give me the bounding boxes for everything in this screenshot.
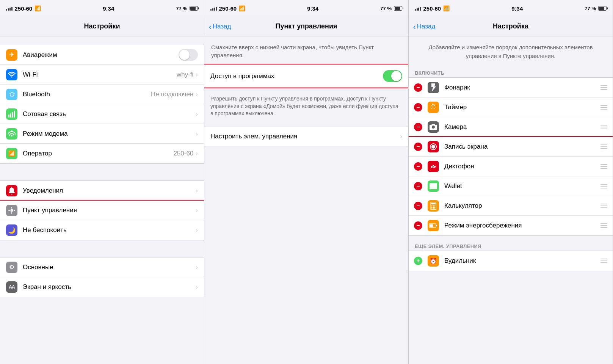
- cell-wifi-label: Wi-Fi: [23, 71, 177, 78]
- control-cell-camera[interactable]: − Камера: [409, 117, 613, 137]
- settings-section-1: ✈ Авиарежим Wi-Fi why-fi › ⬠: [0, 45, 204, 164]
- voice-memos-drag-handle[interactable]: [600, 164, 607, 169]
- timer-drag-handle[interactable]: [600, 105, 607, 110]
- cell-airplane[interactable]: ✈ Авиарежим: [0, 45, 204, 65]
- alarm-label: Будильник: [444, 257, 607, 265]
- control-cell-alarm[interactable]: + ⏰ Будильник: [409, 251, 613, 271]
- low-power-drag-handle[interactable]: [600, 223, 607, 228]
- cell-hotspot-label: Режим модема: [23, 130, 196, 138]
- cell-notifications-label: Уведомления: [23, 187, 196, 195]
- cell-control-center[interactable]: Пункт управления ›: [0, 201, 204, 220]
- control-center-chevron-icon: ›: [196, 207, 198, 214]
- status-left-2: 250-60 📶: [210, 5, 245, 12]
- svg-point-5: [11, 130, 13, 132]
- airplane-toggle[interactable]: [179, 49, 198, 61]
- access-toggle[interactable]: [383, 70, 402, 82]
- svg-point-12: [431, 145, 435, 149]
- cell-display-label: Экран и яркость: [23, 283, 196, 291]
- remove-wallet-btn[interactable]: −: [414, 182, 422, 190]
- svg-point-14: [433, 165, 434, 166]
- control-cell-low-power[interactable]: − Режим энергосбережения: [409, 216, 613, 235]
- nav-bar-1: Настройки: [0, 17, 204, 36]
- wifi-icon-2: 📶: [239, 5, 245, 11]
- cell-dnd-label: Не беспокоить: [23, 226, 196, 234]
- svg-point-4: [11, 135, 13, 136]
- screen-record-drag-handle[interactable]: [600, 144, 607, 149]
- dnd-chevron-icon: ›: [196, 226, 198, 234]
- access-description: Разрешить доступ к Пункту управления в п…: [204, 91, 408, 124]
- add-alarm-btn[interactable]: +: [414, 257, 422, 265]
- cell-bluetooth-label: Bluetooth: [23, 91, 151, 98]
- remove-calculator-btn[interactable]: −: [414, 202, 422, 210]
- include-section-header: ВКЛЮЧИТЬ: [409, 68, 613, 77]
- cell-bluetooth-value: Не подключен: [151, 91, 193, 98]
- notifications-icon: [6, 185, 17, 196]
- cell-operator[interactable]: 📶 Оператор 250-60 ›: [0, 144, 204, 163]
- back-button-2[interactable]: ‹ Назад: [209, 23, 231, 30]
- control-cell-flashlight[interactable]: − Фонарик: [409, 78, 613, 97]
- cell-dnd[interactable]: 🌙 Не беспокоить ›: [0, 220, 204, 240]
- control-cell-voice-memos[interactable]: − Диктофон: [409, 157, 613, 176]
- alarm-drag-handle[interactable]: [600, 259, 607, 263]
- svg-rect-3: [14, 111, 15, 118]
- customize-panel: 250-60 📶 9:34 77 % ‹ Назад Настройка Доб…: [409, 0, 613, 364]
- remove-flashlight-btn[interactable]: −: [414, 83, 422, 92]
- cell-bluetooth[interactable]: ⬠ Bluetooth Не подключен ›: [0, 85, 204, 104]
- remove-timer-btn[interactable]: −: [414, 103, 422, 111]
- back-chevron-icon-3: ‹: [413, 23, 416, 30]
- access-in-apps-row[interactable]: Доступ в программах: [204, 64, 408, 88]
- settings-panel: 250-60 📶 9:34 77 % Настройки ✈ Авиарежим: [0, 0, 204, 364]
- remove-low-power-btn[interactable]: −: [414, 221, 422, 230]
- status-left-1: 250-60 📶: [6, 5, 41, 12]
- cell-cellular[interactable]: Сотовая связь ›: [0, 104, 204, 124]
- battery-icon-3: [598, 6, 607, 11]
- more-list: + ⏰ Будильник: [409, 251, 613, 271]
- include-list: − Фонарик − ⏱ Таймер −: [409, 77, 613, 236]
- cell-wifi[interactable]: Wi-Fi why-fi ›: [0, 65, 204, 85]
- calculator-label: Калькулятор: [444, 202, 607, 210]
- operator-chevron-icon: ›: [196, 150, 198, 157]
- svg-point-26: [431, 207, 433, 208]
- cell-display[interactable]: AA Экран и яркость ›: [0, 277, 204, 297]
- nav-title-2: Пункт управления: [275, 22, 337, 30]
- cell-operator-value: 250-60: [173, 150, 193, 157]
- cell-notifications[interactable]: Уведомления ›: [0, 181, 204, 201]
- timer-label: Таймер: [444, 104, 607, 111]
- wallet-drag-handle[interactable]: [600, 184, 607, 188]
- svg-rect-2: [12, 112, 13, 118]
- control-cell-timer[interactable]: − ⏱ Таймер: [409, 97, 613, 117]
- flashlight-label: Фонарик: [444, 84, 607, 91]
- cell-general[interactable]: ⚙ Основные ›: [0, 257, 204, 277]
- svg-point-29: [431, 208, 433, 209]
- camera-icon: [428, 121, 439, 133]
- svg-point-23: [431, 205, 433, 206]
- svg-rect-0: [8, 115, 9, 118]
- remove-camera-btn[interactable]: −: [414, 123, 422, 131]
- camera-drag-handle[interactable]: [600, 125, 607, 129]
- alarm-icon: ⏰: [428, 255, 439, 267]
- wallet-label: Wallet: [444, 182, 607, 190]
- control-cell-calculator[interactable]: − Калькулятор: [409, 196, 613, 216]
- status-right-2: 77 %: [380, 6, 402, 11]
- display-chevron-icon: ›: [196, 283, 198, 291]
- control-cell-wallet[interactable]: − Wallet: [409, 176, 613, 196]
- settings-section-2: Уведомления › Пункт управления ›: [0, 180, 204, 240]
- settings-section-3: ⚙ Основные › AA Экран и яркость ›: [0, 257, 204, 297]
- back-button-3[interactable]: ‹ Назад: [413, 23, 435, 30]
- flashlight-icon: [428, 82, 439, 93]
- wifi-chevron-icon: ›: [196, 71, 198, 78]
- airplane-icon: ✈: [6, 49, 17, 61]
- remove-screen-record-btn[interactable]: −: [414, 143, 422, 151]
- voice-memos-label: Диктофон: [444, 163, 607, 170]
- remove-voice-memos-btn[interactable]: −: [414, 162, 422, 171]
- control-cell-screen-record[interactable]: − Запись экрана: [409, 137, 613, 157]
- nav-bar-2: ‹ Назад Пункт управления: [204, 17, 408, 36]
- carrier-3: 250-60: [423, 5, 441, 12]
- cc-content: Смахните вверх с нижней части экрана, чт…: [204, 36, 408, 364]
- configure-row[interactable]: Настроить элем. управления ›: [204, 127, 408, 146]
- calculator-drag-handle[interactable]: [600, 204, 607, 208]
- bluetooth-icon: ⬠: [6, 89, 17, 100]
- flashlight-drag-handle[interactable]: [600, 85, 607, 90]
- wifi-icon-1: 📶: [34, 5, 41, 11]
- cell-hotspot[interactable]: Режим модема ›: [0, 124, 204, 144]
